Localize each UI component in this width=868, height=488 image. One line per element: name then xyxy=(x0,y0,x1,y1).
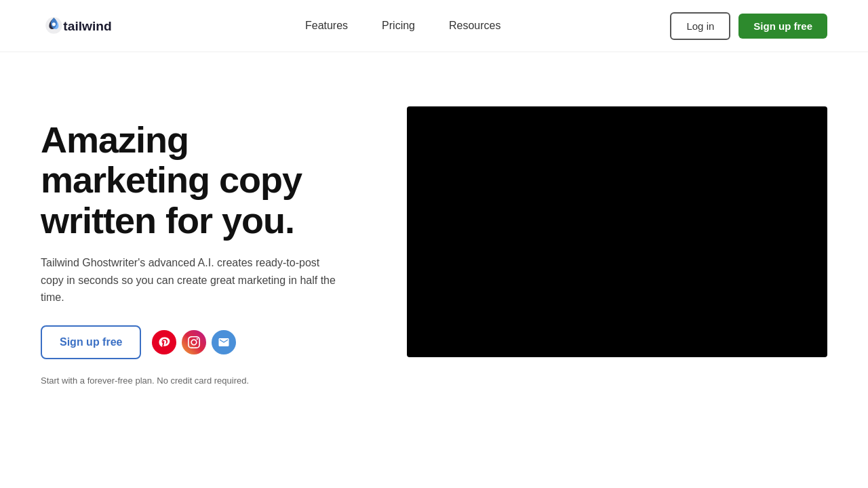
hero-footnote: Start with a forever-free plan. No credi… xyxy=(41,375,366,386)
hero-heading: Amazing marketing copy written for you. xyxy=(41,120,366,241)
pinterest-icon[interactable] xyxy=(152,330,176,354)
tailwind-logo-svg: tailwind xyxy=(41,9,136,42)
login-button[interactable]: Log in xyxy=(670,12,730,40)
video-player[interactable] xyxy=(407,106,827,357)
nav-resources[interactable]: Resources xyxy=(435,13,514,39)
logo[interactable]: tailwind xyxy=(41,9,136,42)
hero-section: Amazing marketing copy written for you. … xyxy=(0,52,868,426)
instagram-icon[interactable] xyxy=(182,330,206,354)
hero-cta-row: Sign up free xyxy=(41,325,366,359)
signup-hero-button[interactable]: Sign up free xyxy=(41,325,141,359)
nav-features[interactable]: Features xyxy=(292,13,361,39)
svg-text:tailwind: tailwind xyxy=(63,19,111,33)
nav-pricing[interactable]: Pricing xyxy=(368,13,429,39)
nav-actions: Log in Sign up free xyxy=(670,12,827,40)
email-icon[interactable] xyxy=(212,330,236,354)
social-icons xyxy=(152,330,236,354)
svg-point-1 xyxy=(52,22,56,26)
hero-left: Amazing marketing copy written for you. … xyxy=(41,106,366,386)
navbar: tailwind Features Pricing Resources Log … xyxy=(0,0,868,52)
hero-right xyxy=(407,106,827,357)
hero-subtext: Tailwind Ghostwriter's advanced A.I. cre… xyxy=(41,254,339,306)
nav-links: Features Pricing Resources xyxy=(292,13,515,39)
signup-nav-button[interactable]: Sign up free xyxy=(738,14,827,39)
